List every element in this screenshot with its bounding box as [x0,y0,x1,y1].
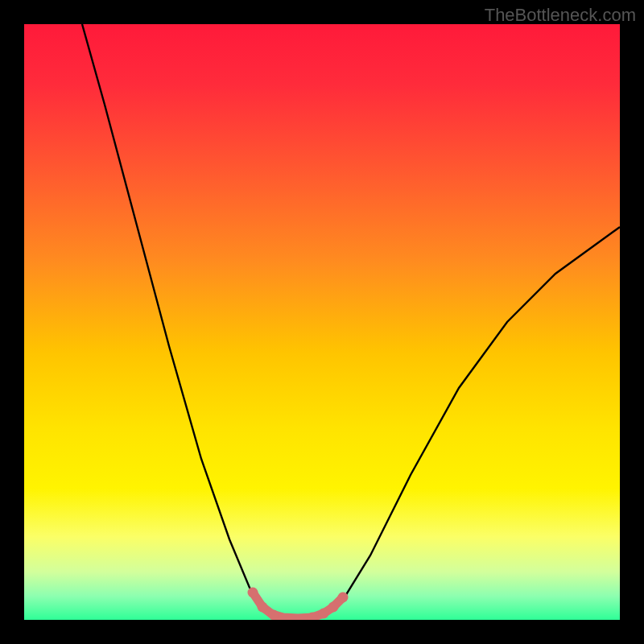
optimal-dot [338,592,349,603]
optimal-dot [258,602,268,613]
chart-svg [24,24,620,620]
optimal-dot [248,588,258,598]
watermark-text: TheBottleneck.com [485,5,636,26]
gradient-background [24,24,620,620]
optimal-dot [319,609,329,619]
optimal-dot [269,610,279,621]
optimal-dot [328,602,339,613]
chart-frame: TheBottleneck.com [0,0,644,644]
plot-area [24,24,620,620]
